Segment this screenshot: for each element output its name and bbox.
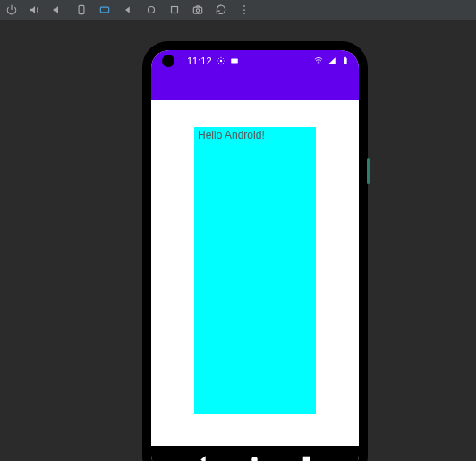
svg-rect-15 bbox=[303, 456, 310, 461]
status-time: 11:12 bbox=[187, 55, 212, 66]
volume-up-icon[interactable] bbox=[29, 4, 41, 16]
battery-icon bbox=[341, 56, 350, 65]
message-notif-icon bbox=[230, 56, 239, 65]
svg-point-8 bbox=[243, 13, 245, 14]
signal-icon bbox=[327, 56, 336, 65]
svg-rect-0 bbox=[79, 5, 84, 13]
status-left: 11:12 bbox=[187, 55, 239, 66]
home-icon[interactable] bbox=[145, 4, 157, 16]
settings-notif-icon bbox=[217, 56, 225, 65]
svg-rect-12 bbox=[344, 58, 346, 64]
screenshot-icon[interactable] bbox=[191, 4, 204, 16]
refresh-icon[interactable] bbox=[215, 4, 227, 16]
nav-overview-button[interactable] bbox=[300, 453, 312, 461]
app-action-bar bbox=[151, 72, 359, 100]
svg-point-14 bbox=[252, 457, 259, 461]
more-icon[interactable] bbox=[238, 4, 251, 16]
device-frame: 11:12 bbox=[143, 42, 367, 461]
emulator-toolbar bbox=[0, 0, 476, 20]
rotate-right-icon[interactable] bbox=[98, 4, 111, 16]
nav-home-button[interactable] bbox=[249, 453, 261, 461]
status-right bbox=[314, 56, 350, 65]
svg-rect-3 bbox=[172, 7, 178, 13]
volume-down-icon[interactable] bbox=[52, 4, 64, 16]
status-bar: 11:12 bbox=[151, 50, 359, 72]
back-icon[interactable] bbox=[122, 4, 134, 16]
svg-rect-13 bbox=[344, 57, 346, 58]
power-icon[interactable] bbox=[5, 4, 18, 16]
camera-hole bbox=[162, 55, 174, 67]
svg-point-7 bbox=[243, 9, 245, 11]
app-body: Hello Android! bbox=[151, 100, 359, 446]
greeting-text: Hello Android! bbox=[198, 129, 312, 141]
svg-point-11 bbox=[318, 63, 319, 64]
system-nav-bar bbox=[151, 446, 359, 461]
svg-point-9 bbox=[219, 60, 222, 63]
overview-icon[interactable] bbox=[168, 4, 181, 16]
device-screen: 11:12 bbox=[151, 50, 359, 461]
cyan-content-box: Hello Android! bbox=[194, 127, 316, 414]
svg-point-5 bbox=[196, 9, 200, 12]
svg-rect-4 bbox=[193, 7, 201, 13]
svg-point-6 bbox=[243, 5, 245, 7]
device-side-button bbox=[367, 158, 370, 184]
svg-point-2 bbox=[149, 7, 155, 13]
emulator-stage: 11:12 bbox=[0, 20, 476, 461]
rotate-left-icon[interactable] bbox=[75, 4, 88, 16]
wifi-icon bbox=[314, 56, 323, 65]
nav-back-button[interactable] bbox=[198, 453, 210, 461]
svg-rect-1 bbox=[100, 7, 108, 13]
svg-rect-10 bbox=[231, 59, 238, 64]
